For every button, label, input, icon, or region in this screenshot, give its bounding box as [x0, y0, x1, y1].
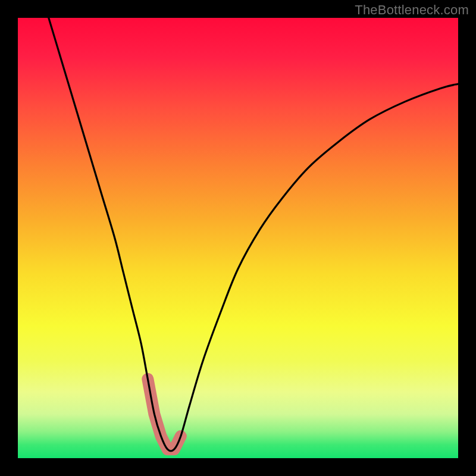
chart-frame: TheBottleneck.com [0, 0, 476, 476]
bottleneck-curve [49, 18, 458, 451]
highlight-segment [148, 379, 180, 449]
watermark-text: TheBottleneck.com [355, 2, 469, 18]
curve-layer [18, 18, 458, 458]
plot-area [18, 18, 458, 458]
